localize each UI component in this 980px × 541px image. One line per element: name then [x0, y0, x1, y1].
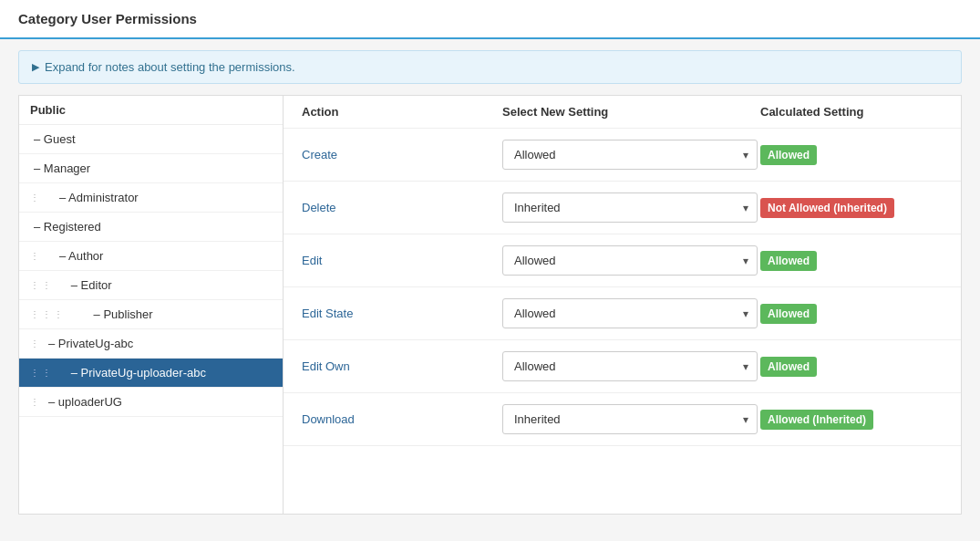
info-box-text: Expand for notes about setting the permi…: [45, 60, 295, 74]
permission-row: Edit StateInheritedAllowedDenied▾Allowed: [284, 287, 961, 340]
action-label[interactable]: Edit: [302, 254, 502, 267]
page-wrapper: Category User Permissions ▶ Expand for n…: [0, 0, 980, 541]
info-box[interactable]: ▶ Expand for notes about setting the per…: [18, 50, 962, 84]
sidebar-item-label: – PrivateUg-abc: [48, 337, 133, 350]
sidebar-item-label: – Guest: [34, 132, 76, 146]
permission-row: EditInheritedAllowedDenied▾Allowed: [284, 234, 961, 287]
select-wrapper: InheritedAllowedDenied▾: [502, 140, 760, 170]
sidebar-item-publisher[interactable]: ⋮ ⋮ ⋮– Publisher: [19, 300, 283, 329]
main-content: Public – Guest– Manager⋮– Administrator–…: [18, 95, 962, 515]
sidebar: Public – Guest– Manager⋮– Administrator–…: [18, 95, 283, 515]
action-label[interactable]: Edit State: [302, 307, 502, 320]
drag-handle-icon: ⋮ ⋮: [30, 280, 51, 290]
drag-handle-icon: ⋮: [30, 397, 39, 407]
sidebar-item-privateug-uploader-abc[interactable]: ⋮ ⋮– PrivateUg-uploader-abc: [19, 359, 283, 388]
calculated-setting: Allowed: [760, 357, 943, 377]
page-title: Category User Permissions: [18, 11, 197, 26]
calculated-setting: Allowed: [760, 145, 943, 165]
status-badge: Allowed: [760, 304, 817, 324]
sidebar-item-registered[interactable]: – Registered: [19, 213, 283, 242]
status-badge: Allowed: [760, 251, 817, 271]
expand-arrow-icon: ▶: [32, 61, 39, 73]
drag-handle-icon: ⋮: [30, 251, 39, 261]
drag-handle-icon: ⋮ ⋮ ⋮: [30, 309, 63, 319]
permission-row: DownloadInheritedAllowedDenied▾Allowed (…: [284, 393, 961, 446]
right-panel: Action Select New Setting Calculated Set…: [283, 95, 962, 515]
col-header-select: Select New Setting: [502, 105, 760, 119]
status-badge: Allowed: [760, 357, 817, 377]
page-header: Category User Permissions: [0, 0, 980, 39]
sidebar-item-label: – Publisher: [94, 307, 153, 321]
permissions-header: Action Select New Setting Calculated Set…: [284, 96, 961, 129]
setting-select[interactable]: InheritedAllowedDenied: [502, 245, 758, 276]
drag-handle-icon: ⋮: [30, 192, 39, 203]
setting-select[interactable]: InheritedAllowedDenied: [502, 404, 758, 434]
col-header-action: Action: [302, 105, 502, 119]
setting-select[interactable]: InheritedAllowedDenied: [502, 351, 758, 381]
sidebar-root-label: Public: [19, 96, 283, 125]
sidebar-item-label: – PrivateUg-uploader-abc: [71, 366, 206, 380]
select-wrapper: InheritedAllowedDenied▾: [502, 298, 760, 328]
setting-select[interactable]: InheritedAllowedDenied: [502, 192, 758, 223]
permission-row: Edit OwnInheritedAllowedDenied▾Allowed: [284, 340, 961, 393]
sidebar-item-label: – Manager: [34, 161, 90, 175]
sidebar-item-privateug-abc[interactable]: ⋮– PrivateUg-abc: [19, 329, 283, 359]
permission-row: CreateInheritedAllowedDenied▾Allowed: [284, 129, 961, 182]
calculated-setting: Allowed: [760, 251, 943, 271]
drag-handle-icon: ⋮: [30, 338, 39, 349]
action-label[interactable]: Edit Own: [302, 359, 502, 373]
calculated-setting: Allowed: [760, 304, 943, 324]
sidebar-item-label: – Editor: [71, 278, 112, 292]
sidebar-item-author[interactable]: ⋮– Author: [19, 242, 283, 271]
calculated-setting: Allowed (Inherited): [760, 410, 943, 430]
action-label[interactable]: Delete: [302, 201, 502, 214]
select-wrapper: InheritedAllowedDenied▾: [502, 351, 760, 381]
sidebar-item-label: – uploaderUG: [48, 395, 122, 409]
sidebar-item-label: – Registered: [34, 220, 101, 234]
calculated-setting: Not Allowed (Inherited): [760, 198, 943, 218]
sidebar-item-uploaderUG[interactable]: ⋮– uploaderUG: [19, 388, 283, 417]
action-label[interactable]: Create: [302, 148, 502, 161]
setting-select[interactable]: InheritedAllowedDenied: [502, 140, 758, 170]
status-badge: Not Allowed (Inherited): [760, 198, 894, 218]
sidebar-item-manager[interactable]: – Manager: [19, 154, 283, 183]
sidebar-item-guest[interactable]: – Guest: [19, 125, 283, 154]
sidebar-item-label: – Administrator: [59, 191, 139, 204]
setting-select[interactable]: InheritedAllowedDenied: [502, 298, 758, 328]
status-badge: Allowed: [760, 145, 817, 165]
status-badge: Allowed (Inherited): [760, 410, 873, 430]
select-wrapper: InheritedAllowedDenied▾: [502, 245, 760, 276]
drag-handle-icon: ⋮ ⋮: [30, 368, 51, 378]
sidebar-item-administrator[interactable]: ⋮– Administrator: [19, 183, 283, 213]
select-wrapper: InheritedAllowedDenied▾: [502, 404, 760, 434]
select-wrapper: InheritedAllowedDenied▾: [502, 192, 760, 223]
sidebar-item-label: – Author: [59, 249, 103, 263]
sidebar-item-editor[interactable]: ⋮ ⋮– Editor: [19, 271, 283, 300]
action-label[interactable]: Download: [302, 412, 502, 426]
permission-row: DeleteInheritedAllowedDenied▾Not Allowed…: [284, 182, 961, 234]
col-header-calculated: Calculated Setting: [760, 105, 943, 119]
